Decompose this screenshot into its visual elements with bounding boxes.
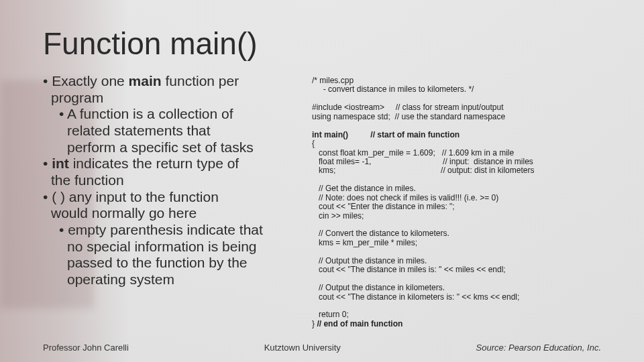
code-l20: // Output the distance in miles. bbox=[312, 256, 427, 265]
bullet-1-text-pre: Exactly one bbox=[52, 73, 128, 88]
slide: Function main() Exactly one main functio… bbox=[0, 0, 644, 362]
bullet-1-bold: main bbox=[129, 73, 162, 88]
bullet-3-l1: ( ) any input to the function bbox=[43, 190, 305, 205]
code-l13: // Note: does not check if miles is vali… bbox=[312, 193, 498, 202]
code-block: /* miles.cpp - convert distance in miles… bbox=[312, 76, 601, 328]
code-l23: // Output the distance in kilometers. bbox=[312, 283, 445, 292]
bullet-1: Exactly one main function per bbox=[43, 74, 305, 89]
code-l17: // Convert the distance to kilometers. bbox=[312, 229, 449, 238]
code-l04: using namespace std; // use the standard… bbox=[312, 112, 505, 121]
bullet-1-cont: program bbox=[43, 90, 305, 106]
code-l07: { bbox=[312, 139, 315, 148]
code-l06a: int main() bbox=[312, 130, 348, 139]
bullet-3a-l4: operating system bbox=[43, 272, 305, 288]
code-l00: /* miles.cpp bbox=[312, 76, 354, 85]
footer-left: Professor John Carelli bbox=[43, 343, 129, 353]
code-l01: - convert distance in miles to kilometer… bbox=[312, 84, 474, 94]
code-l09: float miles= -1, // input: distance in m… bbox=[312, 157, 533, 166]
code-l06b: // start of main function bbox=[348, 130, 460, 139]
bullet-2: int indicates the return type of bbox=[43, 156, 305, 172]
code-l15: cin >> miles; bbox=[312, 211, 364, 221]
code-l27b: // end of main function bbox=[317, 319, 402, 328]
code-l08: const float km_per_mile = 1.609; // 1.60… bbox=[312, 148, 514, 158]
slide-title: Function main() bbox=[43, 25, 601, 62]
bullet-column: Exactly one main function per program A … bbox=[43, 74, 305, 350]
bullet-3a-l1: empty parenthesis indicate that bbox=[43, 223, 305, 238]
code-l26: return 0; bbox=[312, 310, 349, 319]
bullet-2-cont: the function bbox=[43, 173, 305, 188]
code-l12: // Get the distance in miles. bbox=[312, 184, 416, 193]
content-columns: Exactly one main function per program A … bbox=[43, 74, 601, 350]
bullet-3a-l2: no special information is being bbox=[43, 239, 305, 255]
code-l14: cout << "Enter the distance in miles: "; bbox=[312, 202, 455, 211]
code-l03: #include <iostream> // class for stream … bbox=[312, 103, 503, 112]
footer-center: Kutztown University bbox=[264, 343, 341, 353]
bullet-1a-l2: related statements that bbox=[43, 123, 305, 139]
bullet-3-l2: would normally go here bbox=[43, 206, 305, 221]
bullet-1a-l1: A function is a collection of bbox=[43, 107, 305, 122]
footer: Professor John Carelli Kutztown Universi… bbox=[0, 343, 644, 353]
code-l24: cout << "The distance in kilometers is: … bbox=[312, 292, 519, 302]
bullet-1-text-post: function per bbox=[162, 73, 239, 88]
code-l18: kms = km_per_mile * miles; bbox=[312, 238, 417, 247]
footer-right: Source: Pearson Education, Inc. bbox=[476, 343, 601, 353]
bullet-2-bold: int bbox=[52, 156, 69, 171]
bullet-1a-l3: perform a specific set of tasks bbox=[43, 140, 305, 156]
bullet-2-text-post: indicates the return type of bbox=[69, 156, 239, 171]
code-l10: kms; // output: dist in kilometers bbox=[312, 166, 534, 175]
code-l21: cout << "The distance in miles is: " << … bbox=[312, 265, 506, 274]
code-column: /* miles.cpp - convert distance in miles… bbox=[312, 74, 601, 350]
bullet-3a-l3: passed to the function by the bbox=[43, 255, 305, 271]
